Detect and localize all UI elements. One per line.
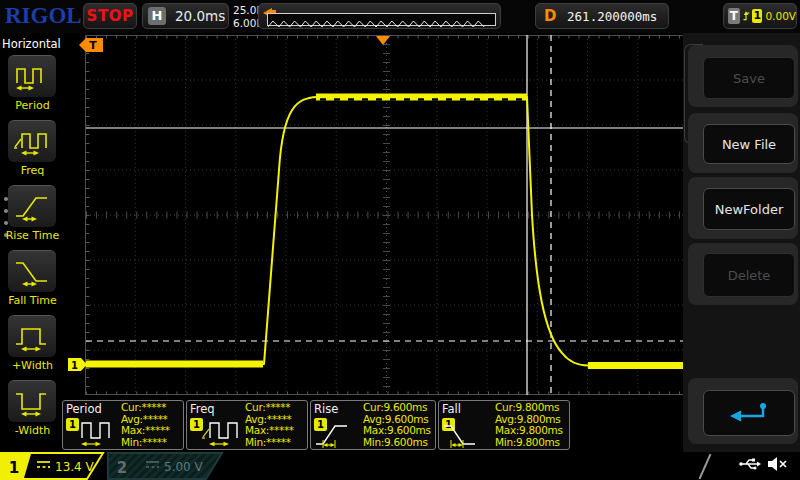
channel1-marker-label: 1 xyxy=(71,360,78,371)
measurement-panel-fall[interactable]: Fall 1 Cur:9.800ms Avg:9.800ms Max:9.800… xyxy=(438,400,570,450)
measure-item-fall-time[interactable] xyxy=(8,250,56,292)
return-arrow-icon xyxy=(727,401,771,425)
channel1-number: 1 xyxy=(9,459,19,477)
trigger-source-channel-badge: 1 xyxy=(752,9,762,23)
measurement-values: Cur:***** Avg:***** Max:***** Min:***** xyxy=(121,402,170,448)
measurement-name: Fall xyxy=(442,402,461,416)
freq-icon xyxy=(13,126,51,158)
horizontal-timebase-box: H 20.0ms xyxy=(142,3,229,29)
fall-time-icon xyxy=(441,422,489,450)
waveform-position-strip[interactable] xyxy=(258,3,501,29)
measurement-panel-rise[interactable]: Rise 1 Cur:9.600ms Avg:9.600ms Max:9.600… xyxy=(310,400,436,450)
measure-item-label: Freq xyxy=(0,164,65,177)
rigol-logo: RIGOL xyxy=(5,3,82,29)
measurement-name: Rise xyxy=(314,402,338,416)
channel2-scale-value: 5.00 V xyxy=(164,460,204,474)
trigger-level-value: 0.00V xyxy=(765,10,796,22)
scope-display: T 1 T xyxy=(65,35,705,395)
timebase-value: 20.0ms xyxy=(175,8,225,24)
measurement-name: Freq xyxy=(190,402,215,416)
measure-item-freq[interactable] xyxy=(8,120,56,162)
channel-1-badge: 1 xyxy=(66,418,79,431)
waveform-preview-window xyxy=(267,13,496,26)
run-state-label: STOP xyxy=(87,7,134,25)
save-button[interactable]: Save xyxy=(703,57,795,99)
measurement-values: Cur:***** Avg:***** Max:***** Min:***** xyxy=(245,402,294,448)
freq-icon xyxy=(201,417,243,449)
usb-icon xyxy=(738,456,762,472)
measure-item-label: Fall Time xyxy=(0,294,65,307)
measurement-name: Period xyxy=(66,402,102,416)
fall-time-icon xyxy=(13,256,51,288)
trigger-badge: T xyxy=(728,8,740,24)
oscilloscope-screen: RIGOL STOP H 20.0ms 25.0MSa/s 6.00M pts … xyxy=(0,0,800,480)
measurement-panel-period[interactable]: Period 1 Cur:***** Avg:***** Max:***** M… xyxy=(62,400,184,450)
measure-item-rise-time[interactable] xyxy=(8,185,56,227)
trigger-time-flag-label: T xyxy=(89,39,97,52)
measure-item-plus-width[interactable] xyxy=(8,315,56,357)
run-state-indicator: STOP xyxy=(83,3,137,29)
menu-back-button[interactable] xyxy=(703,390,795,436)
channel2-status-block[interactable]: 2 5.00 V xyxy=(107,452,229,480)
speaker-muted-icon xyxy=(766,456,790,472)
new-folder-button[interactable]: NewFolder xyxy=(703,188,795,230)
measure-item-label: -Width xyxy=(0,424,65,437)
rising-edge-icon xyxy=(742,8,751,24)
horizontal-badge: H xyxy=(148,7,166,25)
rise-time-icon xyxy=(13,191,51,223)
left-menu-title: Horizontal xyxy=(2,37,61,51)
measure-item-label: Rise Time xyxy=(0,229,65,242)
channel1-status-block[interactable]: 1 13.4 V xyxy=(0,452,112,480)
minus-width-icon xyxy=(13,386,51,418)
delay-readout-box: D 261.200000ms xyxy=(535,3,669,29)
plus-width-icon xyxy=(13,321,51,353)
measure-item-minus-width[interactable] xyxy=(8,380,56,422)
measurement-values: Cur:9.600ms Avg:9.600ms Max:9.600ms Min:… xyxy=(363,402,431,448)
measure-item-label: +Width xyxy=(0,359,65,372)
trigger-info-box: T 1 0.00V xyxy=(723,3,797,29)
channel1-scale-value: 13.4 V xyxy=(55,460,95,474)
channel-status-bar: 1 13.4 V 2 5.00 V xyxy=(0,452,800,480)
delay-badge: D xyxy=(544,7,556,25)
rise-time-icon xyxy=(313,422,361,450)
measurement-panel-freq[interactable]: Freq 1 Cur:***** Avg:***** Max:***** Min… xyxy=(186,400,308,450)
top-status-bar: RIGOL STOP H 20.0ms 25.0MSa/s 6.00M pts … xyxy=(0,0,800,33)
period-icon xyxy=(13,61,51,93)
measure-item-period[interactable] xyxy=(8,55,56,97)
delete-button[interactable]: Delete xyxy=(703,253,795,297)
period-icon xyxy=(79,417,119,449)
new-file-button[interactable]: New File xyxy=(703,124,795,164)
delay-value: 261.200000ms xyxy=(556,9,668,24)
waveform-preview-zigzag xyxy=(268,18,495,29)
measure-item-label: Period xyxy=(0,99,65,112)
channel2-number: 2 xyxy=(117,459,127,477)
measurement-values: Cur:9.800ms Avg:9.800ms Max:9.800ms Min:… xyxy=(495,402,563,448)
